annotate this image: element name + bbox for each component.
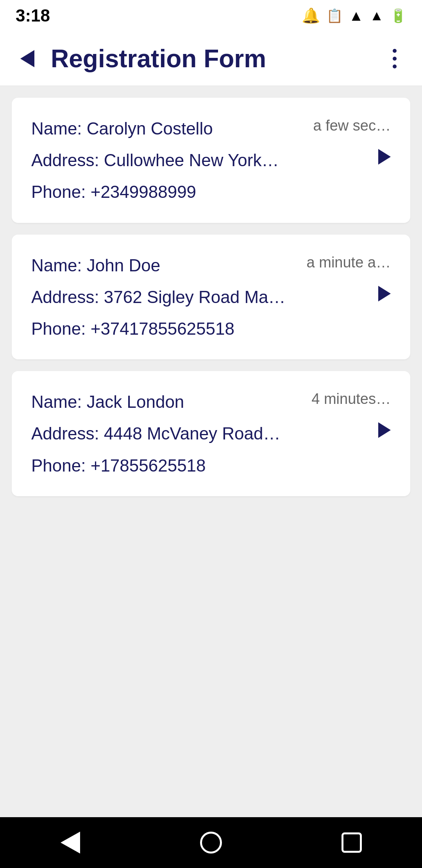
- back-arrow-icon: [20, 50, 34, 67]
- card-phone: Phone: +2349988999: [31, 181, 391, 203]
- page-title: Registration Form: [43, 44, 379, 73]
- card-phone: Phone: +37417855625518: [31, 317, 391, 340]
- card-timestamp: a few sec…: [313, 117, 391, 134]
- wifi-icon: ▲: [349, 7, 364, 24]
- chevron-right-icon: [378, 149, 391, 165]
- more-options-button[interactable]: [379, 43, 410, 74]
- registration-card-2[interactable]: Name: John Doe a minute a… Address: 3762…: [12, 235, 410, 360]
- card-name: Name: Carolyn Costello: [31, 117, 305, 140]
- status-time: 3:18: [16, 6, 50, 25]
- chevron-right-icon: [378, 286, 391, 301]
- card-row-address: Address: 4448 McVaney Road…: [31, 422, 391, 445]
- nav-recent-icon: [342, 832, 362, 853]
- nav-bar: [0, 817, 422, 868]
- nav-back-icon: [61, 832, 80, 854]
- card-row-name: Name: John Doe a minute a…: [31, 254, 391, 276]
- nav-home-icon: [200, 832, 222, 854]
- card-timestamp: a minute a…: [307, 254, 391, 271]
- content-area: Name: Carolyn Costello a few sec… Addres…: [0, 86, 422, 817]
- status-bar: 3:18 🔔 📋 ▲ ▲ 🔋: [0, 0, 422, 31]
- card-phone: Phone: +17855625518: [31, 454, 391, 477]
- nav-back-button[interactable]: [47, 827, 94, 858]
- card-address: Address: Cullowhee New York…: [31, 149, 372, 171]
- dot-icon: [393, 49, 397, 53]
- card-timestamp: 4 minutes…: [311, 391, 391, 407]
- signal-icon: ▲: [370, 7, 384, 24]
- status-icons: 🔔 📋 ▲ ▲ 🔋: [302, 7, 406, 24]
- registration-card-1[interactable]: Name: Carolyn Costello a few sec… Addres…: [12, 98, 410, 223]
- sim-icon: 📋: [326, 8, 343, 23]
- card-chevron: [378, 149, 391, 165]
- card-chevron: [378, 286, 391, 301]
- nav-home-button[interactable]: [188, 827, 234, 858]
- card-chevron: [378, 422, 391, 438]
- card-name: Name: John Doe: [31, 254, 299, 276]
- dot-icon: [393, 57, 397, 61]
- registration-card-3[interactable]: Name: Jack London 4 minutes… Address: 44…: [12, 371, 410, 496]
- chevron-right-icon: [378, 422, 391, 438]
- card-row-address: Address: Cullowhee New York…: [31, 149, 391, 171]
- card-row-name: Name: Carolyn Costello a few sec…: [31, 117, 391, 140]
- notification-icon: 🔔: [302, 7, 320, 24]
- dot-icon: [393, 65, 397, 68]
- battery-icon: 🔋: [390, 8, 406, 23]
- back-button[interactable]: [12, 43, 43, 74]
- card-row-phone: Phone: +37417855625518: [31, 317, 391, 340]
- card-row-name: Name: Jack London 4 minutes…: [31, 391, 391, 413]
- card-row-address: Address: 3762 Sigley Road Ma…: [31, 286, 391, 308]
- card-address: Address: 3762 Sigley Road Ma…: [31, 286, 372, 308]
- nav-recent-button[interactable]: [328, 827, 375, 858]
- card-name: Name: Jack London: [31, 391, 304, 413]
- app-bar: Registration Form: [0, 31, 422, 86]
- card-row-phone: Phone: +17855625518: [31, 454, 391, 477]
- card-address: Address: 4448 McVaney Road…: [31, 422, 372, 445]
- card-row-phone: Phone: +2349988999: [31, 181, 391, 203]
